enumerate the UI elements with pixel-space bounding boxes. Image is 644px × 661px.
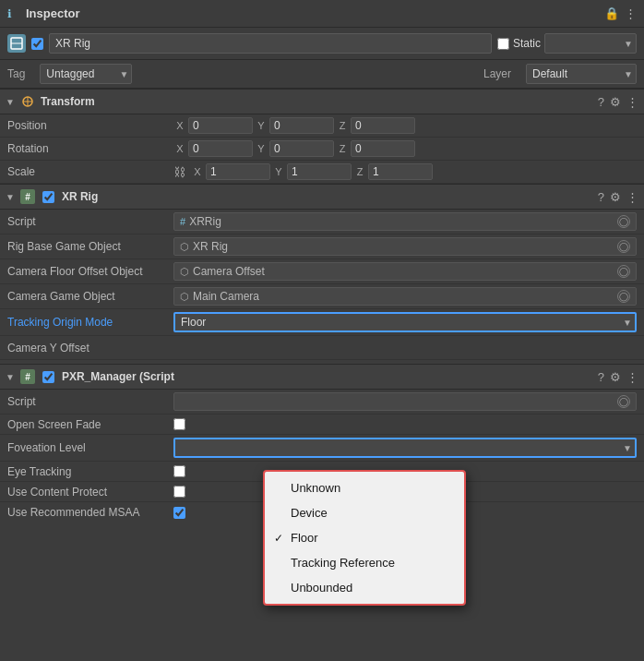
dropdown-item-unknown[interactable]: Unknown bbox=[265, 475, 464, 500]
rig-base-value: ⬡ XR Rig ◯ bbox=[173, 237, 637, 256]
scale-x-label: X bbox=[191, 166, 204, 177]
scale-y-input[interactable] bbox=[287, 163, 352, 180]
object-active-checkbox[interactable] bbox=[31, 38, 43, 50]
layer-dropdown-wrapper: Default ▼ bbox=[526, 64, 637, 84]
open-screen-checkbox[interactable] bbox=[173, 418, 185, 430]
eye-tracking-checkbox[interactable] bbox=[173, 465, 185, 477]
camera-game-value: ⬡ Main Camera ◯ bbox=[173, 287, 637, 306]
transform-help-icon[interactable]: ? bbox=[598, 95, 604, 109]
rig-base-ref: ⬡ XR Rig ◯ bbox=[173, 237, 637, 256]
xr-rig-menu-icon[interactable]: ⋮ bbox=[626, 190, 638, 204]
dropdown-item-unbounded[interactable]: Unbounded bbox=[265, 575, 464, 600]
camera-game-circle[interactable]: ◯ bbox=[617, 290, 630, 303]
position-z-input[interactable] bbox=[351, 117, 415, 134]
position-y-label: Y bbox=[255, 120, 268, 131]
object-name-field[interactable] bbox=[49, 33, 492, 54]
camera-floor-text: Camera Offset bbox=[193, 265, 265, 278]
dropdown-item-tracking-reference[interactable]: Tracking Reference bbox=[265, 550, 464, 575]
dropdown-item-tracking-reference-label: Tracking Reference bbox=[291, 556, 395, 570]
open-screen-value bbox=[173, 418, 637, 430]
rotation-y-input[interactable] bbox=[269, 140, 334, 157]
use-msaa-checkbox[interactable] bbox=[173, 507, 185, 519]
xr-rig-section: ▼ # XR Rig ? ⚙ ⋮ Script # XRRig ◯ Rig Ba… bbox=[0, 184, 644, 360]
scale-z-label: Z bbox=[353, 166, 366, 177]
transform-icon bbox=[20, 94, 35, 109]
position-y-input[interactable] bbox=[269, 117, 334, 134]
xr-rig-section-controls: ? ⚙ ⋮ bbox=[598, 190, 638, 204]
tag-layer-row: Tag Untagged ▼ Layer Default ▼ bbox=[0, 60, 644, 89]
pxr-title: PXR_Manager (Script bbox=[62, 370, 592, 383]
tracking-origin-dropdown[interactable]: Floor bbox=[173, 312, 637, 332]
rig-base-row: Rig Base Game Object ⬡ XR Rig ◯ bbox=[0, 234, 644, 259]
rig-base-text: XR Rig bbox=[193, 240, 228, 253]
foveation-dropdown[interactable] bbox=[173, 438, 637, 458]
pxr-settings-icon[interactable]: ⚙ bbox=[610, 370, 621, 384]
xr-rig-collapse-arrow[interactable]: ▼ bbox=[6, 192, 15, 202]
tag-dropdown[interactable]: Untagged bbox=[40, 64, 132, 84]
position-xyz: X Y Z bbox=[173, 117, 637, 134]
inspector-icon: ℹ bbox=[7, 7, 20, 20]
xr-rig-script-ref: # XRRig ◯ bbox=[173, 212, 637, 231]
camera-floor-circle[interactable]: ◯ bbox=[617, 265, 630, 278]
xr-rig-help-icon[interactable]: ? bbox=[598, 190, 604, 204]
xr-rig-settings-icon[interactable]: ⚙ bbox=[610, 190, 621, 204]
tracking-origin-dropdown-wrapper: Floor ▼ bbox=[173, 312, 637, 332]
dropdown-item-floor-label: Floor bbox=[291, 531, 318, 545]
lock-icon[interactable]: 🔒 bbox=[604, 6, 619, 20]
rotation-xyz: X Y Z bbox=[173, 140, 637, 157]
xr-rig-script-text: XRRig bbox=[189, 215, 221, 228]
pxr-script-ref: ◯ bbox=[173, 392, 637, 411]
tracking-origin-row: Tracking Origin Mode Floor ▼ bbox=[0, 309, 644, 336]
object-header: Static ▼ bbox=[0, 28, 644, 60]
pxr-collapse-arrow[interactable]: ▼ bbox=[6, 372, 15, 382]
foveation-dropdown-wrapper: ▼ bbox=[173, 438, 637, 458]
position-row: Position X Y Z bbox=[0, 114, 644, 138]
camera-floor-label: Camera Floor Offset Object bbox=[7, 265, 173, 278]
position-label: Position bbox=[7, 119, 173, 132]
scale-lock-icon[interactable]: ⛓ bbox=[173, 165, 185, 179]
camera-floor-row: Camera Floor Offset Object ⬡ Camera Offs… bbox=[0, 259, 644, 284]
rotation-z-input[interactable] bbox=[351, 140, 415, 157]
pxr-section-controls: ? ⚙ ⋮ bbox=[598, 370, 638, 384]
scale-x-input[interactable] bbox=[206, 163, 270, 180]
use-msaa-label: Use Recommended MSAA bbox=[7, 506, 173, 519]
transform-menu-icon[interactable]: ⋮ bbox=[626, 95, 638, 109]
xr-rig-script-circle[interactable]: ◯ bbox=[617, 215, 630, 228]
static-area: Static ▼ bbox=[497, 33, 637, 54]
dropdown-item-device[interactable]: Device bbox=[265, 500, 464, 525]
pxr-menu-icon[interactable]: ⋮ bbox=[626, 370, 638, 384]
use-content-checkbox[interactable] bbox=[173, 486, 185, 498]
camera-y-row: Camera Y Offset bbox=[0, 336, 644, 360]
transform-collapse-arrow[interactable]: ▼ bbox=[6, 97, 15, 107]
camera-game-text: Main Camera bbox=[193, 290, 259, 303]
rotation-row: Rotation X Y Z bbox=[0, 138, 644, 161]
rig-base-circle[interactable]: ◯ bbox=[617, 240, 630, 253]
rotation-y-label: Y bbox=[255, 143, 268, 154]
pxr-script-value: ◯ bbox=[173, 392, 637, 411]
camera-game-row: Camera Game Object ⬡ Main Camera ◯ bbox=[0, 284, 644, 309]
pxr-script-label: Script bbox=[7, 395, 173, 408]
static-checkbox[interactable] bbox=[497, 38, 509, 50]
transform-title: Transform bbox=[41, 95, 592, 108]
rotation-x-input[interactable] bbox=[188, 140, 253, 157]
transform-settings-icon[interactable]: ⚙ bbox=[610, 95, 621, 109]
titlebar-title: Inspector bbox=[26, 6, 604, 20]
pxr-help-icon[interactable]: ? bbox=[598, 370, 604, 384]
tag-label: Tag bbox=[7, 67, 25, 80]
tag-dropdown-wrapper: Untagged ▼ bbox=[40, 64, 132, 84]
pxr-active-checkbox[interactable] bbox=[42, 371, 54, 383]
pxr-script-circle[interactable]: ◯ bbox=[617, 395, 630, 408]
rotation-z-label: Z bbox=[336, 143, 349, 154]
tracking-origin-label: Tracking Origin Mode bbox=[7, 316, 173, 329]
scale-z-input[interactable] bbox=[368, 163, 433, 180]
transform-section-header: ▼ Transform ? ⚙ ⋮ bbox=[0, 89, 644, 114]
menu-icon[interactable]: ⋮ bbox=[625, 6, 637, 20]
foveation-row: Foveation Level ▼ bbox=[0, 435, 644, 462]
pxr-hash-icon: # bbox=[20, 369, 35, 384]
position-z-label: Z bbox=[336, 120, 349, 131]
xr-rig-active-checkbox[interactable] bbox=[42, 191, 54, 203]
position-x-input[interactable] bbox=[188, 117, 253, 134]
static-dropdown[interactable] bbox=[544, 33, 637, 54]
layer-dropdown[interactable]: Default bbox=[526, 64, 637, 84]
dropdown-item-floor[interactable]: Floor bbox=[265, 525, 464, 550]
